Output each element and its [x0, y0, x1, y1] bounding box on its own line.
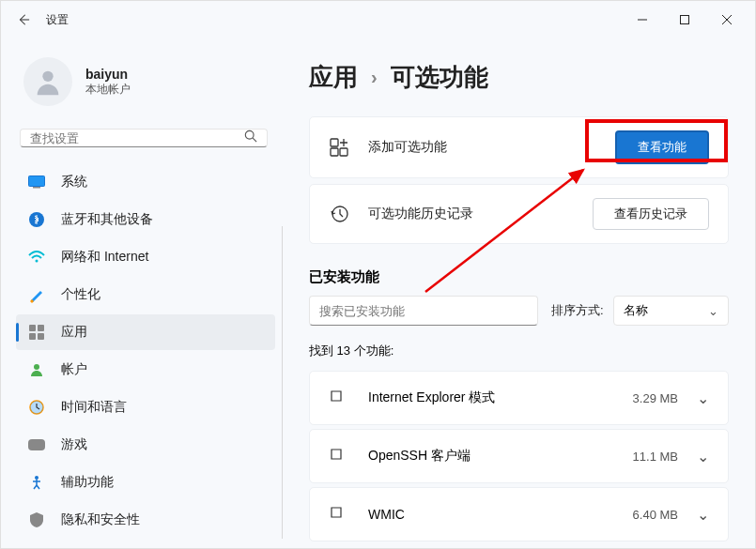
svg-rect-21 [340, 148, 347, 156]
chevron-down-icon: ⌄ [697, 389, 709, 407]
history-card: 可选功能历史记录 查看历史记录 [309, 184, 729, 244]
gamepad-icon [27, 435, 46, 454]
sidebar-separator [282, 226, 283, 539]
add-feature-label: 添加可选功能 [368, 139, 615, 156]
sidebar-item-privacy[interactable]: 隐私和安全性 [16, 502, 275, 538]
person-icon [27, 360, 46, 379]
svg-rect-12 [38, 325, 44, 331]
wifi-icon [27, 248, 46, 267]
accessibility-icon [27, 473, 46, 492]
svg-rect-11 [29, 325, 36, 331]
brush-icon [27, 285, 46, 304]
sidebar-item-time[interactable]: 时间和语言 [16, 389, 275, 425]
svg-rect-7 [29, 176, 45, 187]
installed-title: 已安装功能 [309, 268, 729, 286]
back-button[interactable] [8, 5, 39, 35]
window-title: 设置 [46, 12, 69, 28]
sidebar-item-apps[interactable]: 应用 [16, 314, 275, 350]
sort-label: 排序方式: [551, 302, 604, 319]
close-button[interactable] [705, 6, 748, 34]
filter-input[interactable] [309, 296, 538, 326]
minimize-button[interactable] [621, 6, 663, 34]
avatar [23, 57, 72, 106]
sidebar-item-accessibility[interactable]: 辅助功能 [16, 465, 275, 500]
history-label: 可选功能历史记录 [368, 206, 593, 222]
chevron-down-icon: ⌄ [708, 304, 718, 318]
search-input[interactable] [30, 131, 244, 145]
puzzle-icon [329, 505, 347, 524]
svg-rect-8 [33, 187, 40, 189]
found-text: 找到 13 个功能: [309, 343, 729, 359]
sort-select[interactable]: 名称 ⌄ [613, 296, 729, 326]
sidebar-item-bluetooth[interactable]: 蓝牙和其他设备 [16, 202, 275, 237]
sidebar-item-gaming[interactable]: 游戏 [16, 427, 275, 463]
maximize-button[interactable] [663, 6, 705, 34]
bluetooth-icon [27, 210, 46, 229]
breadcrumb-leaf: 可选功能 [391, 61, 488, 94]
feature-item[interactable]: Internet Explorer 模式 3.29 MB ⌄ [309, 371, 729, 425]
add-feature-icon [329, 137, 349, 158]
search-icon [244, 130, 257, 146]
chevron-down-icon: ⌄ [697, 448, 709, 465]
sidebar-item-accounts[interactable]: 帐户 [16, 352, 275, 388]
sidebar-item-system[interactable]: 系统 [16, 164, 275, 200]
svg-point-5 [245, 130, 254, 139]
svg-rect-1 [680, 16, 688, 24]
feature-item[interactable]: WMIC 6.40 MB ⌄ [309, 487, 729, 541]
breadcrumb: 应用 › 可选功能 [309, 61, 729, 94]
user-sub: 本地帐户 [85, 82, 131, 98]
view-features-button[interactable]: 查看功能 [615, 130, 709, 164]
apps-icon [27, 323, 46, 342]
svg-rect-14 [38, 333, 44, 340]
shield-icon [27, 511, 46, 529]
feature-item[interactable]: OpenSSH 客户端 11.1 MB ⌄ [309, 429, 729, 483]
chevron-down-icon: ⌄ [697, 506, 709, 524]
sidebar-item-personalization[interactable]: 个性化 [16, 277, 275, 313]
history-icon [329, 204, 349, 224]
svg-rect-19 [331, 139, 338, 146]
view-history-button[interactable]: 查看历史记录 [593, 198, 709, 230]
chevron-right-icon: › [371, 67, 378, 88]
user-name: baiyun [85, 67, 131, 82]
svg-rect-20 [331, 148, 338, 156]
svg-point-15 [34, 364, 39, 370]
svg-point-18 [35, 476, 39, 480]
puzzle-icon [329, 447, 347, 465]
svg-point-4 [42, 71, 53, 82]
system-icon [27, 173, 46, 191]
search-input-container[interactable] [20, 129, 268, 147]
svg-line-6 [253, 138, 256, 142]
svg-rect-13 [29, 333, 36, 340]
sidebar-item-network[interactable]: 网络和 Internet [16, 239, 275, 275]
svg-point-10 [36, 260, 39, 263]
clock-icon [27, 398, 46, 417]
puzzle-icon [329, 389, 347, 407]
breadcrumb-root[interactable]: 应用 [309, 61, 358, 94]
add-feature-card: 添加可选功能 查看功能 [309, 116, 729, 178]
